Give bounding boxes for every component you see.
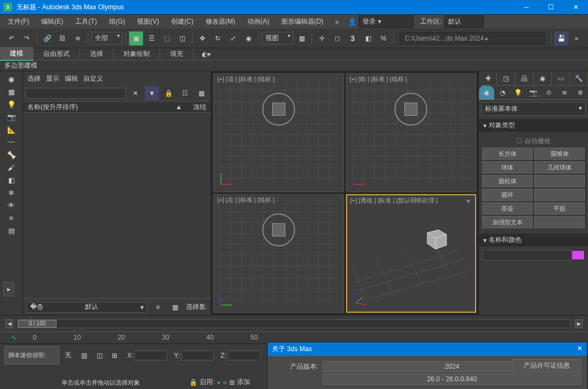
enable-off-icon[interactable]: ○ — [223, 379, 227, 386]
licon-snow[interactable]: ❄ — [5, 187, 18, 199]
licon-sphere[interactable]: ◉ — [5, 73, 18, 85]
link-button[interactable]: 🔗 — [40, 31, 54, 46]
licon-camera[interactable]: 📷 — [5, 111, 18, 123]
scene-search-input[interactable] — [25, 88, 126, 99]
ref-coord-dropdown[interactable]: 视图 — [262, 32, 293, 44]
vp-left-label[interactable]: [+] [左 ] [标准 ] [线框 ] — [217, 196, 274, 204]
vp-persp-label[interactable]: [+] [透视 ] [标准 ] [默认明暗处理 ] — [350, 196, 438, 205]
cmd-sub-geometry[interactable]: ◉ — [479, 86, 494, 100]
menu-file[interactable]: 文件(F) — [2, 15, 35, 29]
layer-dropdown[interactable]: �층默认▾ — [26, 302, 148, 313]
rollout-objtype-head[interactable]: ▾ 对象类型 — [479, 119, 588, 132]
cmd-sub-space[interactable]: ≋ — [557, 86, 572, 100]
menu-edit[interactable]: 编辑(E) — [36, 15, 69, 29]
scene-filter-button[interactable]: ▼ — [145, 86, 159, 100]
move-button[interactable]: ✥ — [195, 31, 210, 46]
select-name-button[interactable]: ☰ — [144, 31, 159, 46]
scene-list[interactable] — [23, 113, 211, 298]
close-button[interactable]: ✕ — [563, 0, 588, 14]
licon-bone[interactable]: 🦴 — [5, 149, 18, 161]
cmd-tab-modify[interactable]: ◳ — [497, 71, 515, 86]
rotate-button[interactable]: ↻ — [211, 31, 225, 46]
time-handle[interactable]: 0 / 100 — [18, 320, 56, 328]
scene-search-clear[interactable]: ✕ — [128, 86, 143, 100]
about-license-button[interactable]: 产品许可证信息 — [512, 359, 581, 373]
vp-front-label[interactable]: [+] [前 ] [标准 ] [线框 ] — [350, 75, 407, 83]
status-icon-2[interactable]: ◫ — [92, 348, 106, 363]
obj-tube[interactable] — [534, 175, 585, 187]
scene-lock-button[interactable]: 🔒 — [161, 86, 176, 100]
viewport-left[interactable]: [+] [左 ] [标准 ] [线框 ] — [213, 194, 344, 313]
bind-button[interactable]: ≋ — [71, 31, 85, 46]
cmd-sub-shape[interactable]: ◔ — [494, 86, 510, 100]
vp-top-gizmo[interactable] — [262, 93, 295, 126]
time-slider[interactable]: 0 / 100 — [18, 319, 570, 328]
obj-box[interactable]: 长方体 — [482, 148, 533, 160]
cmd-tab-hierarchy[interactable]: 品 — [515, 71, 533, 86]
pivot-button[interactable]: ▦ — [295, 31, 309, 46]
redo-button[interactable]: ↷ — [20, 31, 34, 46]
scene-col-name[interactable]: 名称(按升序排序) — [27, 103, 176, 112]
ribbon-tab-freeform[interactable]: 自由形式 — [33, 48, 80, 60]
select-object-button[interactable]: ▣ — [129, 31, 143, 46]
select-rect-button[interactable]: ⬚ — [160, 31, 174, 46]
obj-cone[interactable]: 圆锥体 — [534, 148, 585, 160]
unlink-button[interactable]: ⛓ — [55, 31, 70, 46]
licon-paint[interactable]: 🖌 — [5, 161, 18, 173]
side-toggle[interactable]: ▸ — [3, 282, 14, 296]
autogrid-checkbox[interactable]: ☐ 自动栅格 — [482, 135, 585, 148]
save-button[interactable]: 💾 — [554, 31, 568, 46]
scene-tab-custom[interactable]: 自定义 — [83, 74, 103, 83]
object-color-swatch[interactable] — [572, 250, 585, 260]
selection-filter-dropdown[interactable]: 全部 — [91, 32, 123, 44]
rollout-name-head[interactable]: ▾ 名称和颜色 — [479, 234, 588, 246]
obj-sphere[interactable]: 球体 — [482, 161, 533, 173]
percent-snap-button[interactable]: ◧ — [361, 31, 375, 46]
ribbon-tab-modeling[interactable]: 建模 — [0, 47, 33, 61]
undo-button[interactable]: ↶ — [4, 31, 19, 46]
time-prev[interactable]: ◀ — [5, 319, 13, 328]
snap-toggle-button[interactable]: ◻ — [330, 31, 344, 46]
enable-toggle-icon[interactable]: ● — [217, 379, 220, 386]
toolbar-overflow[interactable]: » — [569, 31, 584, 46]
time-next[interactable]: ▶ — [575, 319, 583, 328]
menu-modifier[interactable]: 修改器(M) — [200, 15, 241, 29]
status-icon-1[interactable]: ▥ — [77, 348, 91, 363]
cmd-sub-helper[interactable]: ⛭ — [541, 86, 557, 100]
minimize-button[interactable]: ─ — [514, 0, 539, 14]
obj-teapot[interactable]: 茶壶 — [482, 202, 533, 215]
ribbon-tab-fill[interactable]: 填充 — [160, 48, 194, 60]
licon-helper[interactable]: 📐 — [5, 123, 18, 136]
licon-text[interactable]: ▤ — [5, 224, 18, 236]
menu-view[interactable]: 视图(V) — [132, 15, 165, 29]
obj-cylinder[interactable]: 圆柱体 — [482, 175, 533, 187]
script-listener[interactable]: 脚本迷你侦听: — [4, 346, 59, 364]
vp-persp-cube[interactable] — [422, 224, 449, 252]
maximize-button[interactable]: ☐ — [539, 0, 563, 14]
lock-icon[interactable]: 🔒 — [189, 379, 197, 386]
cmd-tab-utilities[interactable]: 🔧 — [570, 71, 588, 86]
snap-button[interactable]: ✢ — [315, 31, 329, 46]
spinner-snap-button[interactable]: % — [376, 31, 391, 46]
angle-snap-button[interactable]: 3 — [346, 31, 360, 46]
scale-button[interactable]: ⤢ — [226, 31, 240, 46]
cmd-sub-light[interactable]: 💡 — [510, 86, 525, 100]
login-dropdown[interactable]: 登录 ▾ — [359, 15, 414, 28]
licon-eye[interactable]: 👁 — [5, 199, 18, 211]
workspace-dropdown[interactable]: 默认 — [444, 15, 484, 28]
vp-top-label[interactable]: [+] [顶 ] [标准 ] [线框 ] — [217, 75, 274, 83]
cmd-sub-system[interactable]: ✲ — [573, 86, 588, 100]
layer-stack-button[interactable]: ≡ — [151, 300, 165, 314]
status-icon-3[interactable]: ⊞ — [108, 348, 122, 363]
scene-tab-select[interactable]: 选择 — [27, 74, 41, 83]
obj-textplus[interactable]: 加强型文本 — [482, 216, 533, 228]
placement-button[interactable]: ◉ — [241, 31, 256, 46]
vp-front-gizmo[interactable] — [394, 93, 427, 126]
about-close[interactable]: ✕ — [577, 345, 583, 354]
vp-left-gizmo[interactable] — [262, 213, 295, 246]
viewport-top[interactable]: [+] [顶 ] [标准 ] [线框 ] — [213, 74, 344, 192]
cmd-sub-camera[interactable]: 📷 — [525, 86, 541, 100]
obj-plane[interactable]: 平面 — [534, 202, 585, 215]
cmd-category-dropdown[interactable]: 标准基本体▾ — [481, 102, 586, 116]
scene-col-frozen[interactable]: 冻结 — [193, 103, 206, 112]
